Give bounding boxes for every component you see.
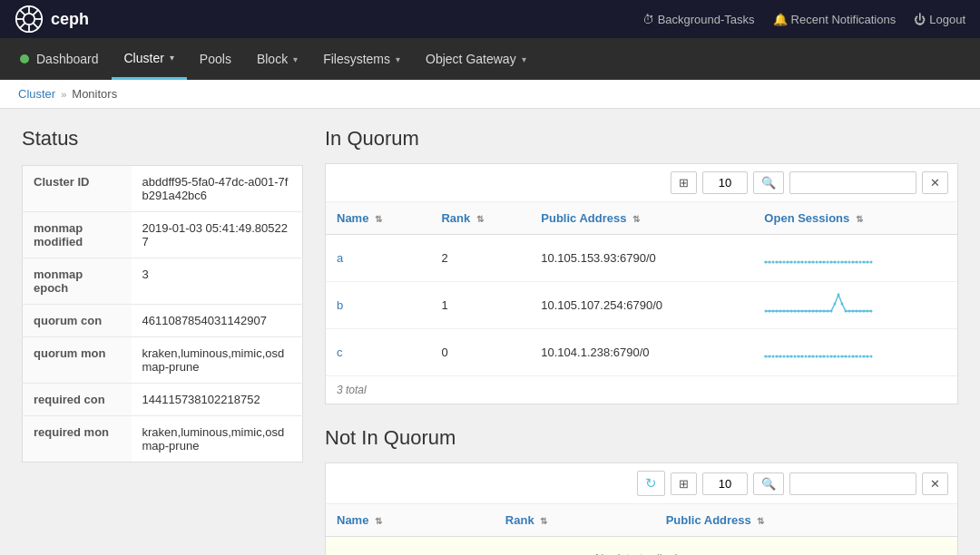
- nav-block-label: Block: [257, 52, 288, 66]
- svg-point-82: [801, 355, 804, 358]
- nav-pools[interactable]: Pools: [187, 38, 244, 80]
- status-key: required con: [23, 384, 132, 416]
- in-quorum-search-input[interactable]: [789, 171, 916, 194]
- logo: ceph: [15, 5, 89, 34]
- breadcrumb-parent[interactable]: Cluster: [18, 87, 55, 101]
- rank-sort-icon: ⇅: [476, 214, 484, 224]
- svg-point-44: [776, 310, 779, 313]
- in-quorum-total: 3 total: [326, 375, 957, 404]
- status-value: 2019-01-03 05:41:49.805227: [132, 212, 303, 258]
- status-key: monmap epoch: [23, 258, 132, 305]
- svg-point-14: [776, 261, 779, 264]
- in-quorum-pagesize-input[interactable]: [702, 171, 748, 194]
- not-in-quorum-col-address[interactable]: Public Address ⇅: [655, 504, 957, 537]
- svg-line-6: [20, 10, 25, 15]
- svg-point-33: [845, 261, 848, 264]
- svg-point-68: [863, 310, 866, 313]
- monitor-name-link[interactable]: a: [337, 251, 343, 265]
- sparkline-chart: [764, 291, 873, 316]
- not-in-quorum-refresh-btn[interactable]: ↻: [637, 471, 665, 496]
- sparkline-chart: [764, 338, 873, 364]
- not-in-quorum-pagesize-input[interactable]: [702, 472, 748, 495]
- monitor-name-link[interactable]: b: [337, 298, 343, 312]
- svg-point-11: [765, 261, 768, 264]
- monitor-name-cell: a: [326, 235, 430, 282]
- svg-point-16: [783, 261, 786, 264]
- svg-point-57: [823, 310, 826, 313]
- in-quorum-table: Name ⇅ Rank ⇅ Public Address ⇅ Open Sess…: [326, 202, 957, 375]
- nav-dashboard[interactable]: Dashboard: [7, 38, 112, 80]
- no-data-row: No data to display: [326, 537, 957, 556]
- monitor-rank-cell: 2: [430, 235, 530, 282]
- logout-btn[interactable]: ⏻ Logout: [914, 13, 965, 26]
- close-icon2: ✕: [930, 477, 940, 491]
- svg-point-69: [867, 310, 869, 313]
- in-quorum-col-address[interactable]: Public Address ⇅: [530, 202, 753, 235]
- in-quorum-col-name[interactable]: Name ⇅: [326, 202, 430, 235]
- not-in-quorum-columns-btn[interactable]: ⊞: [671, 472, 697, 495]
- svg-point-94: [845, 355, 848, 358]
- svg-point-61: [838, 294, 840, 297]
- monitor-rank-cell: 0: [430, 329, 530, 376]
- nav-filesystems[interactable]: Filesystems ▾: [310, 38, 413, 80]
- not-in-quorum-search-input[interactable]: [789, 472, 916, 495]
- monitor-name-link[interactable]: c: [337, 346, 343, 359]
- notifications-btn[interactable]: 🔔 Recent Notifications: [773, 13, 897, 26]
- nav-block[interactable]: Block ▾: [244, 38, 310, 80]
- in-quorum-search-btn[interactable]: 🔍: [753, 171, 784, 194]
- svg-point-91: [834, 355, 837, 358]
- status-value: kraken,luminous,mimic,osdmap-prune: [132, 416, 303, 462]
- not-in-quorum-container: ↻ ⊞ 🔍 ✕ Name ⇅ Rank ⇅: [325, 462, 958, 555]
- nav-object-gateway-label: Object Gateway: [426, 52, 516, 66]
- svg-point-75: [776, 355, 779, 358]
- sessions-sort-icon: ⇅: [856, 214, 863, 224]
- table-row: a210.105.153.93:6790/0: [326, 235, 957, 282]
- svg-point-93: [841, 355, 844, 358]
- svg-point-59: [830, 310, 833, 313]
- in-quorum-columns-btn[interactable]: ⊞: [671, 171, 697, 194]
- not-in-quorum-col-rank[interactable]: Rank ⇅: [495, 504, 655, 537]
- svg-point-55: [816, 310, 818, 313]
- svg-point-101: [870, 355, 873, 358]
- svg-line-7: [33, 23, 38, 28]
- svg-line-9: [20, 23, 25, 28]
- in-quorum-col-rank[interactable]: Rank ⇅: [430, 202, 530, 235]
- svg-point-27: [823, 261, 826, 264]
- background-tasks-btn[interactable]: ⏱ Background-Tasks: [642, 13, 755, 26]
- status-row: required con 144115738102218752: [23, 384, 303, 416]
- not-in-quorum-clear-btn[interactable]: ✕: [922, 472, 948, 495]
- svg-point-35: [852, 261, 855, 264]
- in-quorum-clear-btn[interactable]: ✕: [922, 171, 948, 194]
- svg-point-72: [765, 355, 768, 358]
- top-bar: ceph ⏱ Background-Tasks 🔔 Recent Notific…: [0, 0, 980, 38]
- status-value: 144115738102218752: [132, 384, 303, 416]
- nav-object-gateway[interactable]: Object Gateway ▾: [413, 38, 539, 80]
- table-row: c010.104.1.238:6790/0: [326, 329, 957, 376]
- svg-point-48: [790, 310, 793, 313]
- svg-point-30: [834, 261, 837, 264]
- status-key: Cluster ID: [23, 166, 132, 212]
- breadcrumb-current: Monitors: [72, 87, 117, 101]
- top-bar-actions: ⏱ Background-Tasks 🔔 Recent Notification…: [642, 13, 965, 26]
- nav-cluster[interactable]: Cluster ▾: [112, 38, 187, 80]
- not-in-quorum-toolbar: ↻ ⊞ 🔍 ✕: [326, 463, 957, 504]
- monitor-sessions-cell: [753, 282, 957, 329]
- not-in-quorum-col-name[interactable]: Name ⇅: [326, 504, 495, 537]
- svg-point-32: [841, 261, 844, 264]
- svg-point-100: [867, 355, 869, 358]
- svg-point-60: [834, 303, 837, 306]
- svg-point-31: [838, 261, 840, 264]
- not-in-quorum-title: Not In Quorum: [325, 426, 958, 450]
- svg-point-95: [848, 355, 851, 358]
- status-row: quorum con 4611087854031142907: [23, 305, 303, 337]
- not-in-quorum-search-btn[interactable]: 🔍: [753, 472, 784, 495]
- monitor-address-cell: 10.105.153.93:6790/0: [530, 235, 753, 282]
- svg-point-42: [769, 310, 771, 313]
- breadcrumb-separator: »: [61, 89, 66, 100]
- svg-point-28: [827, 261, 829, 264]
- svg-point-56: [819, 310, 822, 313]
- svg-point-43: [772, 310, 775, 313]
- svg-point-85: [812, 355, 815, 358]
- in-quorum-col-sessions[interactable]: Open Sessions ⇅: [753, 202, 957, 235]
- svg-point-90: [830, 355, 833, 358]
